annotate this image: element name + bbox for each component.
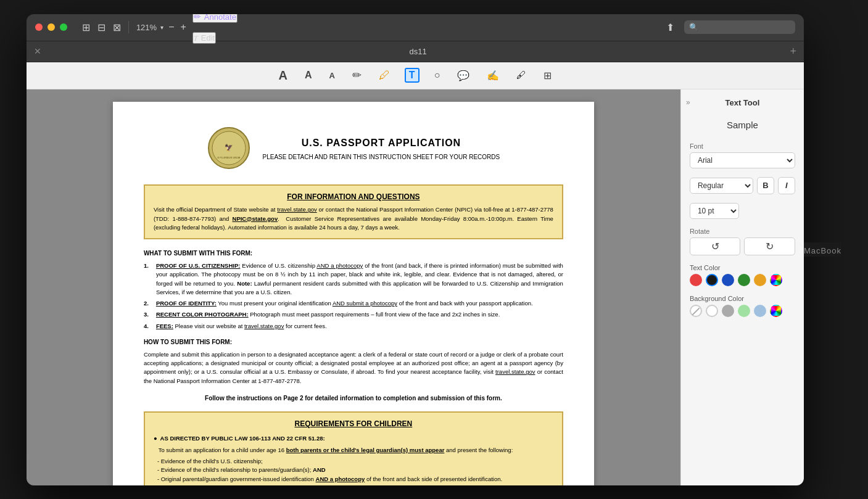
req-intro: To submit an application for a child und… [154, 446, 553, 455]
main-area: 🦅 E PLURIBUS UNUM U.S. PASSPORT APPLICAT… [27, 89, 804, 485]
maximize-button[interactable] [60, 23, 67, 31]
signature-tool[interactable]: ✍ [484, 67, 502, 84]
item-body-3: RECENT COLOR PHOTOGRAPH: Photograph must… [156, 310, 563, 319]
share-button[interactable]: ⬆ [666, 22, 674, 33]
how-section-text: Complete and submit this application in … [144, 350, 563, 386]
text-small-tool[interactable]: A [326, 68, 337, 83]
rotate-label: Rotate [690, 228, 795, 235]
req-sub-3: - Original parental/guardian government-… [157, 475, 553, 484]
font-style-select[interactable]: Regular [690, 178, 753, 194]
rotate-row: ↺ ↻ [690, 237, 795, 255]
what-section-title: WHAT TO SUBMIT WITH THIS FORM: [144, 249, 563, 258]
req-box-title: REQUIREMENTS FOR CHILDREN [154, 419, 553, 429]
bg-light-green[interactable] [738, 305, 750, 317]
doc-subtitle: PLEASE DETACH AND RETAIN THIS INSTRUCTIO… [263, 153, 500, 162]
search-input[interactable] [684, 20, 795, 34]
shape-tool[interactable]: ○ [432, 67, 443, 83]
bg-color-section: Background Color [690, 295, 795, 317]
color-black[interactable] [706, 274, 718, 286]
tab-title: ds11 [46, 47, 790, 56]
req-box: REQUIREMENTS FOR CHILDREN ● AS DIRECTED … [144, 411, 563, 485]
seal: 🦅 E PLURIBUS UNUM [207, 126, 250, 172]
color-green[interactable] [738, 274, 750, 286]
title-bar: ⊞ ⊟ ⊠ 121% ▾ − + ✏ Annotate 𝑇 Edit ⬆ [27, 14, 804, 41]
annotation-toolbar: A A A ✏ 🖊 T ○ 💬 ✍ 🖋 ⊞ [27, 62, 804, 89]
font-section: Font Arial [690, 142, 795, 168]
font-style-row: Regular B I [690, 177, 795, 194]
size-select[interactable]: 10 pt [690, 203, 739, 219]
bg-gray[interactable] [722, 305, 734, 317]
info-box-title: FOR INFORMATION AND QUESTIONS [154, 192, 553, 202]
right-panel: » Text Tool Sample Font Arial Regular B … [680, 89, 804, 485]
edit-cursor-icon: 𝑇 [194, 34, 198, 43]
color-orange[interactable] [754, 274, 766, 286]
annotate-pencil-icon: ✏ [194, 14, 201, 22]
doc-header: 🦅 E PLURIBUS UNUM U.S. PASSPORT APPLICAT… [144, 126, 563, 172]
toolbar-left: ⊞ ⊟ ⊠ 121% ▾ − + [82, 21, 188, 33]
grid-view-icon[interactable]: ⊟ [97, 22, 105, 33]
color-red[interactable] [690, 274, 702, 286]
document-area[interactable]: 🦅 E PLURIBUS UNUM U.S. PASSPORT APPLICAT… [27, 89, 680, 485]
zoom-out-button[interactable]: − [167, 22, 175, 33]
edit-button[interactable]: 𝑇 Edit [192, 32, 216, 44]
bg-multi[interactable] [770, 305, 782, 317]
annotate-label: Annotate [204, 14, 236, 22]
svg-text:🦅: 🦅 [225, 143, 233, 152]
title-center: ✏ Annotate 𝑇 Edit [192, 14, 661, 44]
what-section: WHAT TO SUBMIT WITH THIS FORM: 1. PROOF … [144, 249, 563, 331]
panel-title: Text Tool [725, 98, 759, 107]
size-row: 10 pt [690, 203, 795, 219]
toolbar-right: ⬆ 🔍 [666, 20, 795, 34]
pencil-tool[interactable]: ✏ [350, 66, 364, 85]
highlighter-tool[interactable]: 🖊 [376, 67, 392, 85]
list-item: 4. FEES: Please visit our website at tra… [144, 322, 563, 331]
text-insert-tool[interactable]: T [405, 68, 420, 83]
document-page: 🦅 E PLURIBUS UNUM U.S. PASSPORT APPLICAT… [113, 102, 594, 485]
annotate-button[interactable]: ✏ Annotate [192, 14, 238, 23]
zoom-dropdown-icon[interactable]: ▾ [160, 24, 163, 31]
bg-light-blue[interactable] [754, 305, 766, 317]
list-item: 2. PROOF OF IDENTITY: You must present y… [144, 299, 563, 308]
item-num-4: 4. [144, 322, 152, 331]
search-icon: 🔍 [689, 23, 698, 31]
color-dark-blue[interactable] [722, 274, 734, 286]
sidebar-toggle-icon[interactable]: ⊞ [82, 22, 90, 33]
bg-none[interactable] [690, 305, 702, 317]
select-tool[interactable]: ⊞ [541, 67, 554, 84]
font-select[interactable]: Arial [690, 152, 795, 168]
tab-close-button[interactable]: ✕ [34, 46, 41, 56]
rotate-cw-button[interactable]: ↻ [744, 237, 795, 255]
toolbar-divider [128, 21, 129, 33]
req-sub-1: - Evidence of the child's U.S. citizensh… [157, 457, 553, 466]
doc-main-title: U.S. PASSPORT APPLICATION [263, 136, 500, 150]
zoom-control: 121% ▾ − + [136, 22, 188, 33]
panel-collapse-icon[interactable]: » [686, 98, 690, 107]
thumbnail-icon[interactable]: ⊠ [113, 22, 121, 33]
list-item: 3. RECENT COLOR PHOTOGRAPH: Photograph m… [144, 310, 563, 319]
req-bullet: ● AS DIRECTED BY PUBLIC LAW 106-113 AND … [154, 434, 553, 442]
minimize-button[interactable] [48, 23, 55, 31]
zoom-in-button[interactable]: + [179, 22, 187, 33]
pen-tool[interactable]: 🖋 [514, 67, 529, 83]
rotate-ccw-button[interactable]: ↺ [690, 237, 741, 255]
tab-bar: ✕ ds11 + [27, 41, 804, 62]
item-num-3: 3. [144, 310, 152, 319]
text-medium-tool[interactable]: A [302, 67, 315, 83]
svg-text:E PLURIBUS UNUM: E PLURIBUS UNUM [217, 156, 240, 159]
bold-button[interactable]: B [757, 177, 774, 194]
req-sub-2: - Evidence of the child's relationship t… [157, 466, 553, 474]
color-multi[interactable] [770, 274, 782, 286]
text-color-label: Text Color [690, 264, 795, 271]
comment-tool[interactable]: 💬 [455, 67, 472, 84]
bg-white[interactable] [706, 305, 718, 317]
italic-button[interactable]: I [778, 177, 795, 194]
tab-add-button[interactable]: + [790, 45, 796, 58]
bg-color-label: Background Color [690, 295, 795, 302]
search-wrap: 🔍 [684, 20, 795, 34]
item-body-1: PROOF OF U.S. CITIZENSHIP: Evidence of U… [156, 262, 563, 297]
info-box-text: Visit the official Department of State w… [154, 205, 553, 232]
text-large-tool[interactable]: A [276, 66, 289, 85]
panel-header: » Text Tool [690, 98, 795, 107]
item-body-2: PROOF OF IDENTITY: You must present your… [156, 299, 563, 308]
close-button[interactable] [35, 23, 43, 31]
